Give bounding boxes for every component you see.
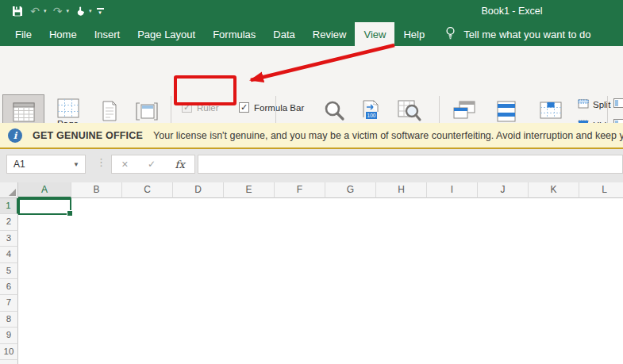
formula-input[interactable] [198,155,623,174]
tell-me-box[interactable]: Tell me what you want to do [444,22,590,46]
row-headers: 1 2 3 4 5 6 7 8 9 10 11 [0,198,18,364]
column-headers: A B C D E F G H I J K L [18,182,623,198]
column-header-f[interactable]: F [275,182,325,198]
formula-bar-label: Formula Bar [254,103,304,113]
cancel-icon[interactable]: × [121,158,128,171]
worksheet: A B C D E F G H I J K L 1 2 3 4 5 6 7 8 … [0,179,623,364]
undo-icon[interactable]: ↶ [29,5,41,17]
notice-badge: GET GENUINE OFFICE [33,130,143,141]
ribbon-tab-bar: File Home Insert Page Layout Formulas Da… [0,22,623,46]
row-header-9[interactable]: 9 [0,328,18,343]
tab-data[interactable]: Data [264,22,303,46]
info-icon: i [8,128,22,143]
row-header-7[interactable]: 7 [0,295,18,311]
freeze-panes-icon [539,98,563,125]
tell-me-label: Tell me what you want to do [463,29,590,40]
row-header-8[interactable]: 8 [0,312,18,328]
tab-view[interactable]: View [355,22,394,46]
split-icon [578,99,589,110]
customize-quick-access-icon[interactable]: ▾ [97,8,104,14]
new-window-icon [452,98,476,125]
touch-mode-dropdown-icon[interactable]: ▾ [89,8,92,14]
formula-bar-row: A1 ▼ ⋮ × ✓ fx [0,149,623,179]
window-title: Book1 - Excel [440,0,583,22]
column-header-h[interactable]: H [376,182,427,198]
row-header-2[interactable]: 2 [0,214,18,230]
column-header-l[interactable]: L [579,182,623,198]
split-label: Split [593,100,610,109]
column-header-k[interactable]: K [529,182,579,198]
page-break-preview-icon [57,98,79,118]
tab-insert[interactable]: Insert [86,22,129,46]
name-box[interactable]: A1 ▼ [6,155,86,174]
redo-dropdown-icon[interactable]: ▾ [67,8,70,14]
name-box-dropdown-icon[interactable]: ▼ [73,161,85,168]
column-header-j[interactable]: J [478,182,529,198]
svg-text:100: 100 [367,113,376,118]
column-header-g[interactable]: G [325,182,376,198]
column-header-b[interactable]: B [71,182,122,198]
quick-access-toolbar: ↶ ▾ ↷ ▾ ▾ ▾ [11,0,104,22]
arrange-all-icon [496,98,517,125]
row-header-1[interactable]: 1 [0,198,18,214]
tab-file[interactable]: File [6,22,40,46]
select-all-corner[interactable] [0,182,18,198]
column-header-e[interactable]: E [224,182,275,198]
zoom-to-selection-icon [398,98,421,125]
tab-home[interactable]: Home [40,22,86,46]
row-header-5[interactable]: 5 [0,263,18,279]
title-bar: ↶ ▾ ↷ ▾ ▾ ▾ Book1 - Excel [0,0,623,22]
column-header-c[interactable]: C [122,182,173,198]
save-icon[interactable] [11,5,24,17]
tab-formulas[interactable]: Formulas [204,22,264,46]
notice-message: Your license isn't genuine, and you may … [153,130,623,141]
column-header-i[interactable]: I [427,182,478,198]
column-header-a[interactable]: A [18,182,71,198]
redo-icon[interactable]: ↷ [52,5,64,17]
cells-area[interactable] [18,198,623,364]
row-header-4[interactable]: 4 [0,247,18,262]
annotation-red-box [174,75,237,105]
enter-icon[interactable]: ✓ [148,159,156,170]
insert-function-icon[interactable]: fx [175,159,185,171]
tab-review[interactable]: Review [304,22,356,46]
tab-help[interactable]: Help [394,22,433,46]
row-header-6[interactable]: 6 [0,279,18,295]
active-cell-a1[interactable] [18,198,71,215]
formula-bar-checkbox[interactable] [239,102,249,113]
zoom-icon [322,98,346,125]
split-button[interactable]: Split [578,99,610,110]
view-side-by-side-icon[interactable] [613,98,623,108]
row-header-3[interactable]: 3 [0,231,18,247]
normal-view-icon [13,98,35,125]
tab-page-layout[interactable]: Page Layout [129,22,204,46]
column-header-d[interactable]: D [173,182,224,198]
name-box-value: A1 [13,159,25,170]
formula-bar-resize-handle[interactable]: ⋮ [96,156,106,168]
formula-buttons: × ✓ fx [111,155,195,174]
page-layout-view-icon [100,98,119,125]
excel-window: ↶ ▾ ↷ ▾ ▾ ▾ Book1 - Excel File Home Inse… [0,0,623,364]
ribbon: Normal Page Break Preview Page Layout Cu… [0,46,623,124]
undo-dropdown-icon[interactable]: ▾ [44,8,47,14]
touch-mode-icon[interactable] [74,5,87,17]
zoom-100-icon: 100 [360,98,382,125]
fill-handle[interactable] [67,210,73,216]
row-header-11[interactable]: 11 [0,360,18,364]
genuine-office-notice: i GET GENUINE OFFICE Your license isn't … [0,123,623,149]
custom-views-icon [136,98,158,125]
row-header-10[interactable]: 10 [0,344,18,360]
lightbulb-icon [444,26,456,42]
formula-bar-checkbox-row[interactable]: Formula Bar [239,102,304,113]
